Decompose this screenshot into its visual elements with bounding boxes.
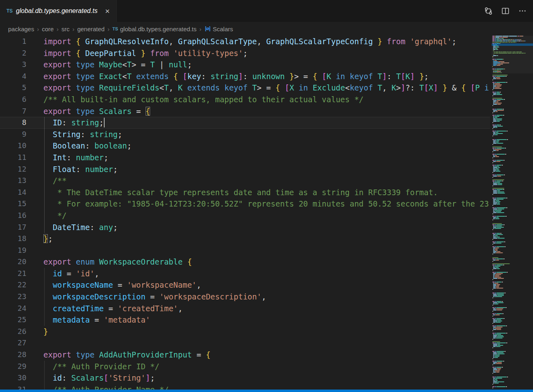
code-line-26[interactable]: 26} [0, 326, 490, 338]
code-line-25[interactable]: 25 metadata = 'metadata' [0, 314, 490, 326]
line-content: * The DateTime scalar type represents da… [43, 187, 490, 198]
code-line-23[interactable]: 23 workspaceDescription = 'workspaceDesc… [0, 291, 490, 303]
code-line-20[interactable]: 20export enum WorkspaceOrderable { [0, 256, 490, 268]
line-content: export type Exact<T extends { [key: stri… [43, 71, 490, 82]
line-number: 26 [0, 326, 26, 338]
code-line-22[interactable]: 22 workspaceName = 'workspaceName', [0, 279, 490, 291]
line-number: 3 [0, 59, 26, 71]
breadcrumb-item-src[interactable]: src [61, 26, 69, 32]
indent-guide [44, 268, 45, 326]
line-content: export type RequireFields<T, K extends k… [43, 82, 490, 94]
code-line-27[interactable]: 27 [0, 337, 490, 349]
breadcrumb-item-generated[interactable]: generated [77, 26, 105, 32]
line-number: 14 [0, 187, 26, 198]
code-line-8[interactable]: 8 ID: string; [0, 117, 490, 129]
code-line-4[interactable]: 4export type Exact<T extends { [key: str… [0, 71, 490, 82]
breadcrumb-item-global-db-types-generated-ts[interactable]: TSglobal.db.types.generated.ts [112, 26, 197, 32]
line-number: 4 [0, 71, 26, 82]
code-line-9[interactable]: 9 String: string; [0, 129, 490, 140]
line-content: DateTime: any; [43, 222, 490, 233]
breadcrumb: packages›core›src›generated›TSglobal.db.… [0, 22, 533, 36]
line-content: * For example: "1985-04-12T23:20:50.52Z"… [43, 198, 490, 210]
line-number: 7 [0, 106, 26, 117]
minimap[interactable] [492, 36, 533, 390]
compare-changes-icon[interactable] [484, 7, 492, 15]
code-editor[interactable]: 1import { GraphQLResolveInfo, GraphQLSca… [0, 36, 533, 390]
line-number: 13 [0, 175, 26, 187]
breadcrumb-label: generated [77, 26, 105, 32]
line-content: */ [43, 210, 490, 222]
line-content: createdTime = 'createdTime', [43, 303, 490, 314]
line-number: 16 [0, 210, 26, 222]
breadcrumb-separator: › [107, 26, 110, 32]
breadcrumb-item-packages[interactable]: packages [8, 26, 34, 32]
line-content [43, 337, 490, 349]
line-number: 21 [0, 268, 26, 280]
line-content: import { GraphQLResolveInfo, GraphQLScal… [43, 36, 490, 47]
line-number: 15 [0, 198, 26, 210]
tab-bar: TS global.db.types.generated.ts ✕ [0, 0, 533, 22]
breadcrumb-item-core[interactable]: core [42, 26, 54, 32]
line-content: export enum WorkspaceOrderable { [43, 256, 490, 268]
line-content: metadata = 'metadata' [43, 314, 490, 326]
code-line-14[interactable]: 14 * The DateTime scalar type represents… [0, 187, 490, 198]
editor-actions [484, 0, 533, 22]
line-content: workspaceDescription = 'workspaceDescrip… [43, 291, 490, 303]
line-number: 24 [0, 303, 26, 314]
code-line-29[interactable]: 29 /** Auth Provider ID */ [0, 361, 490, 373]
code-line-24[interactable]: 24 createdTime = 'createdTime', [0, 303, 490, 314]
code-line-10[interactable]: 10 Boolean: boolean; [0, 140, 490, 152]
code-line-3[interactable]: 3export type Maybe<T> = T | null; [0, 59, 490, 71]
code-line-11[interactable]: 11 Int: number; [0, 152, 490, 164]
line-content: }; [43, 233, 490, 245]
line-content: } [43, 326, 490, 338]
code-line-17[interactable]: 17 DateTime: any; [0, 222, 490, 233]
code-line-30[interactable]: 30 id: Scalars['String']; [0, 372, 490, 384]
breadcrumb-label: core [42, 26, 54, 32]
code-line-16[interactable]: 16 */ [0, 210, 490, 222]
line-content: import { DeepPartial } from 'utility-typ… [43, 47, 490, 59]
code-line-5[interactable]: 5export type RequireFields<T, K extends … [0, 82, 490, 94]
code-line-18[interactable]: 18}; [0, 233, 490, 245]
line-number: 27 [0, 337, 26, 349]
line-number: 2 [0, 47, 26, 59]
code-line-2[interactable]: 2import { DeepPartial } from 'utility-ty… [0, 47, 490, 59]
line-content: workspaceName = 'workspaceName', [43, 279, 490, 291]
line-number: 9 [0, 129, 26, 140]
line-content: /** Auth Provider Name */ [43, 384, 490, 390]
code-line-7[interactable]: 7export type Scalars = { [0, 106, 490, 117]
code-line-15[interactable]: 15 * For example: "1985-04-12T23:20:50.5… [0, 198, 490, 210]
tab-global-db-types-generated[interactable]: TS global.db.types.generated.ts ✕ [0, 0, 117, 22]
line-number: 31 [0, 384, 26, 390]
line-number: 20 [0, 256, 26, 268]
more-actions-icon[interactable] [518, 7, 527, 15]
code-line-21[interactable]: 21 id = 'id', [0, 268, 490, 280]
code-line-12[interactable]: 12 Float: number; [0, 164, 490, 175]
code-line-19[interactable]: 19 [0, 245, 490, 256]
code-line-31[interactable]: 31 /** Auth Provider Name */ [0, 384, 490, 390]
breadcrumb-label: packages [8, 26, 34, 32]
line-content: /** [43, 175, 490, 187]
line-number: 25 [0, 314, 26, 326]
line-number: 8 [0, 117, 26, 129]
breadcrumb-label: global.db.types.generated.ts [120, 26, 196, 32]
breadcrumb-separator: › [200, 26, 202, 32]
code-lines[interactable]: 1import { GraphQLResolveInfo, GraphQLSca… [0, 36, 490, 390]
line-number: 5 [0, 82, 26, 94]
line-content: String: string; [43, 129, 490, 140]
line-number: 6 [0, 94, 26, 106]
line-number: 28 [0, 349, 26, 361]
status-bar [0, 390, 533, 392]
typescript-file-icon: TS [6, 8, 13, 14]
split-editor-icon[interactable] [501, 7, 509, 15]
line-number: 10 [0, 140, 26, 152]
close-icon[interactable]: ✕ [104, 7, 111, 15]
code-line-13[interactable]: 13 /** [0, 175, 490, 187]
code-line-1[interactable]: 1import { GraphQLResolveInfo, GraphQLSca… [0, 36, 490, 47]
code-line-6[interactable]: 6/** All built-in and custom scalars, ma… [0, 94, 490, 106]
code-line-28[interactable]: 28export type AddAuthProviderInput = { [0, 349, 490, 361]
breadcrumb-separator: › [56, 26, 58, 32]
line-number: 23 [0, 291, 26, 303]
breadcrumb-item-scalars[interactable]: Scalars [204, 26, 233, 32]
line-number: 18 [0, 233, 26, 245]
